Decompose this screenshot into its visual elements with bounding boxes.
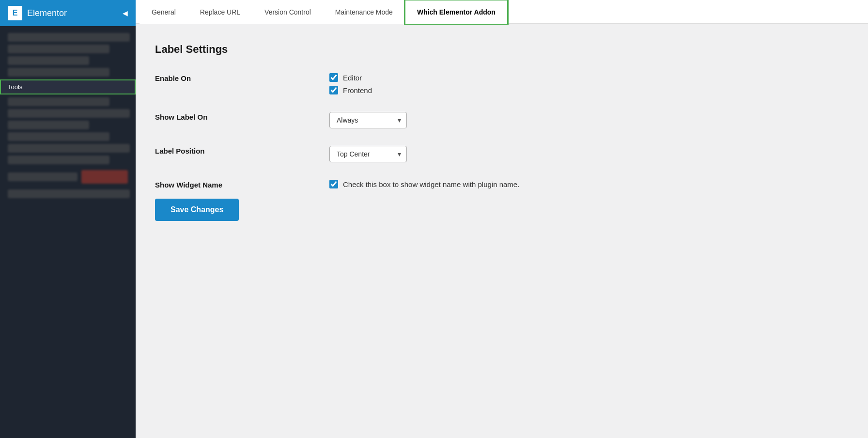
sidebar-item-blurred-12[interactable] [8,189,130,198]
sidebar-row-accent [0,167,136,187]
sidebar-menu: Tools [0,26,136,438]
label-position-control: Top Center Top Left Top Right Center Top… [329,146,407,162]
elementor-logo: E [8,6,22,20]
section-title: Label Settings [155,43,849,56]
show-widget-checkbox[interactable] [329,180,338,188]
sidebar-header: E Elementor ◀ [0,0,136,26]
sidebar-item-blurred-4[interactable] [8,68,109,77]
enable-on-label: Enable On [155,73,310,82]
tab-which-elementor-addon[interactable]: Which Elementor Addon [405,0,508,24]
sidebar-item-blurred-8[interactable] [8,132,109,141]
show-label-on-select-wrapper: Always On Hover Never [329,112,407,128]
sidebar-item-blurred-1[interactable] [8,33,130,42]
enable-on-control: Editor Frontend [329,73,372,94]
show-widget-name-control: Check this box to show widget name with … [329,180,519,188]
show-label-on-select[interactable]: Always On Hover Never [329,112,407,128]
sidebar-item-blurred-6[interactable] [8,109,130,118]
frontend-checkbox[interactable] [329,86,338,94]
show-widget-name-row: Show Widget Name Check this box to show … [155,180,849,189]
settings-grid: Enable On Editor Frontend Show Label On [155,73,849,189]
sidebar-item-blurred-9[interactable] [8,144,130,153]
editor-checkbox-row[interactable]: Editor [329,73,372,82]
tabs-bar: General Replace URL Version Control Main… [136,0,868,24]
editor-checkbox[interactable] [329,73,338,82]
sidebar-collapse-icon[interactable]: ◀ [123,9,128,17]
show-widget-name-label: Show Widget Name [155,180,310,189]
label-position-select-wrapper: Top Center Top Left Top Right Center Top… [329,146,407,162]
main-content: General Replace URL Version Control Main… [136,0,868,438]
show-widget-description: Check this box to show widget name with … [343,180,519,188]
show-label-on-control: Always On Hover Never [329,112,407,128]
sidebar-item-blurred-10[interactable] [8,156,109,164]
tab-content: Label Settings Enable On Editor Frontend [136,24,868,438]
show-label-on-label: Show Label On [155,112,310,121]
tab-maintenance-mode[interactable]: Maintenance Mode [323,0,405,24]
sidebar-item-blurred-2[interactable] [8,45,109,53]
sidebar-title: Elementor [27,8,67,18]
frontend-label: Frontend [343,86,372,94]
label-position-select[interactable]: Top Center Top Left Top Right Center Top… [329,146,407,162]
editor-label: Editor [343,74,362,82]
tab-general[interactable]: General [140,0,188,24]
tab-replace-url[interactable]: Replace URL [188,0,252,24]
tab-version-control[interactable]: Version Control [252,0,323,24]
show-label-on-row: Show Label On Always On Hover Never [155,112,849,128]
sidebar: E Elementor ◀ Tools [0,0,136,438]
sidebar-item-tools[interactable]: Tools [0,79,136,94]
sidebar-accent-block [81,170,128,184]
enable-on-row: Enable On Editor Frontend [155,73,849,94]
show-widget-checkbox-row[interactable]: Check this box to show widget name with … [329,180,519,188]
sidebar-item-blurred-7[interactable] [8,121,89,129]
sidebar-item-blurred-3[interactable] [8,56,89,65]
frontend-checkbox-row[interactable]: Frontend [329,86,372,94]
sidebar-item-blurred-5[interactable] [8,97,109,106]
sidebar-item-blurred-11 [8,172,78,181]
label-position-label: Label Position [155,146,310,155]
save-changes-button[interactable]: Save Changes [155,199,239,221]
label-position-row: Label Position Top Center Top Left Top R… [155,146,849,162]
